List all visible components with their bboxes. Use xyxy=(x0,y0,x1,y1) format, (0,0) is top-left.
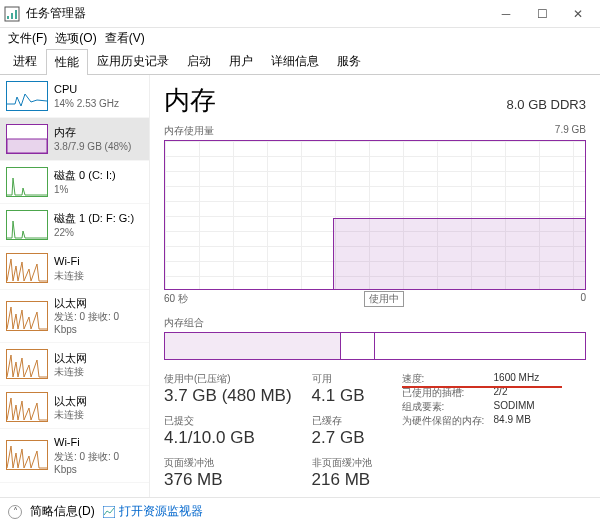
axis-right: 0 xyxy=(580,292,586,308)
stat-cached: 已缓存 2.7 GB xyxy=(312,414,372,448)
thumb-icon xyxy=(6,167,48,197)
collapse-icon[interactable]: ˄ xyxy=(8,505,22,519)
thumb-icon xyxy=(6,253,48,283)
svg-rect-2 xyxy=(11,13,13,19)
main-panel: 内存 8.0 GB DDR3 内存使用量 7.9 GB 60 秒 使用中 0 内… xyxy=(150,75,600,497)
sidebar-item-sub: 未连接 xyxy=(54,365,87,378)
sidebar-item-sub: 22% xyxy=(54,226,134,239)
tabs: 进程性能应用历史记录启动用户详细信息服务 xyxy=(0,48,600,75)
close-button[interactable]: ✕ xyxy=(560,1,596,27)
stat-available: 可用 4.1 GB xyxy=(312,372,372,406)
sidebar: CPU 14% 2.53 GHz 内存 3.8/7.9 GB (48%) 磁盘 … xyxy=(0,75,150,497)
window-title: 任务管理器 xyxy=(26,5,488,22)
menu-file[interactable]: 文件(F) xyxy=(6,30,49,47)
sidebar-item-2[interactable]: 磁盘 0 (C: I:) 1% xyxy=(0,161,149,204)
sidebar-item-1[interactable]: 内存 3.8/7.9 GB (48%) xyxy=(0,118,149,161)
sidebar-item-sub: 发送: 0 接收: 0 Kbps xyxy=(54,310,143,336)
tab-4[interactable]: 用户 xyxy=(220,48,262,74)
thumb-icon xyxy=(6,210,48,240)
footer: ˄ 简略信息(D) 打开资源监视器 xyxy=(0,497,600,524)
brief-info-button[interactable]: 简略信息(D) xyxy=(30,503,95,520)
tab-0[interactable]: 进程 xyxy=(4,48,46,74)
svg-rect-3 xyxy=(15,10,17,19)
stat-committed: 已提交 4.1/10.0 GB xyxy=(164,414,292,448)
sidebar-item-sub: 1% xyxy=(54,183,116,196)
sidebar-item-4[interactable]: Wi-Fi 未连接 xyxy=(0,247,149,290)
tab-2[interactable]: 应用历史记录 xyxy=(88,48,178,74)
tab-1[interactable]: 性能 xyxy=(46,49,88,75)
axis-left: 60 秒 xyxy=(164,292,188,308)
usage-max: 7.9 GB xyxy=(555,124,586,138)
sidebar-item-label: 以太网 xyxy=(54,351,87,365)
thumb-icon xyxy=(6,392,48,422)
sidebar-item-7[interactable]: 以太网 未连接 xyxy=(0,386,149,429)
menu-view[interactable]: 查看(V) xyxy=(103,30,147,47)
detail-column: 速度:1600 MHz 已使用的插槽:2/2 组成要素:SODIMM 为硬件保留… xyxy=(402,372,554,490)
sidebar-item-sub: 3.8/7.9 GB (48%) xyxy=(54,140,131,153)
stat-nonpaged: 非页面缓冲池 216 MB xyxy=(312,456,372,490)
open-resource-monitor-link[interactable]: 打开资源监视器 xyxy=(103,503,203,520)
menu-options[interactable]: 选项(O) xyxy=(53,30,98,47)
app-icon xyxy=(4,6,20,22)
minimize-button[interactable]: ─ xyxy=(488,1,524,27)
sidebar-item-sub: 14% 2.53 GHz xyxy=(54,97,119,110)
sidebar-item-label: 内存 xyxy=(54,125,131,139)
thumb-icon xyxy=(6,349,48,379)
page-title: 内存 xyxy=(164,83,216,118)
thumb-icon xyxy=(6,81,48,111)
tab-3[interactable]: 启动 xyxy=(178,48,220,74)
sidebar-item-label: 以太网 xyxy=(54,394,87,408)
sidebar-item-label: Wi-Fi xyxy=(54,254,84,268)
sidebar-item-3[interactable]: 磁盘 1 (D: F: G:) 22% xyxy=(0,204,149,247)
sidebar-item-label: 磁盘 0 (C: I:) xyxy=(54,168,116,182)
svg-rect-1 xyxy=(7,16,9,19)
svg-rect-4 xyxy=(7,139,47,153)
tab-5[interactable]: 详细信息 xyxy=(262,48,328,74)
composition-label: 内存组合 xyxy=(164,316,586,330)
sidebar-item-sub: 未连接 xyxy=(54,269,84,282)
memory-composition-chart[interactable] xyxy=(164,332,586,360)
sidebar-item-sub: 发送: 0 接收: 0 Kbps xyxy=(54,450,143,476)
memory-spec: 8.0 GB DDR3 xyxy=(507,97,586,112)
sidebar-item-8[interactable]: Wi-Fi 发送: 0 接收: 0 Kbps xyxy=(0,429,149,482)
sidebar-item-0[interactable]: CPU 14% 2.53 GHz xyxy=(0,75,149,118)
sidebar-item-6[interactable]: 以太网 未连接 xyxy=(0,343,149,386)
titlebar: 任务管理器 ─ ☐ ✕ xyxy=(0,0,600,28)
thumb-icon xyxy=(6,301,48,331)
sidebar-item-label: Wi-Fi xyxy=(54,435,143,449)
stat-inuse: 使用中(已压缩) 3.7 GB (480 MB) xyxy=(164,372,292,406)
sidebar-item-5[interactable]: 以太网 发送: 0 接收: 0 Kbps xyxy=(0,290,149,343)
menubar: 文件(F) 选项(O) 查看(V) xyxy=(0,28,600,48)
sidebar-item-label: 以太网 xyxy=(54,296,143,310)
sidebar-item-sub: 未连接 xyxy=(54,408,87,421)
thumb-icon xyxy=(6,440,48,470)
monitor-icon xyxy=(103,506,115,518)
thumb-icon xyxy=(6,124,48,154)
usage-label: 内存使用量 xyxy=(164,124,214,138)
axis-inuse-label: 使用中 xyxy=(364,291,404,307)
maximize-button[interactable]: ☐ xyxy=(524,1,560,27)
stat-paged: 页面缓冲池 376 MB xyxy=(164,456,292,490)
memory-usage-chart[interactable] xyxy=(164,140,586,290)
sidebar-item-label: CPU xyxy=(54,82,119,96)
sidebar-item-label: 磁盘 1 (D: F: G:) xyxy=(54,211,134,225)
tab-6[interactable]: 服务 xyxy=(328,48,370,74)
